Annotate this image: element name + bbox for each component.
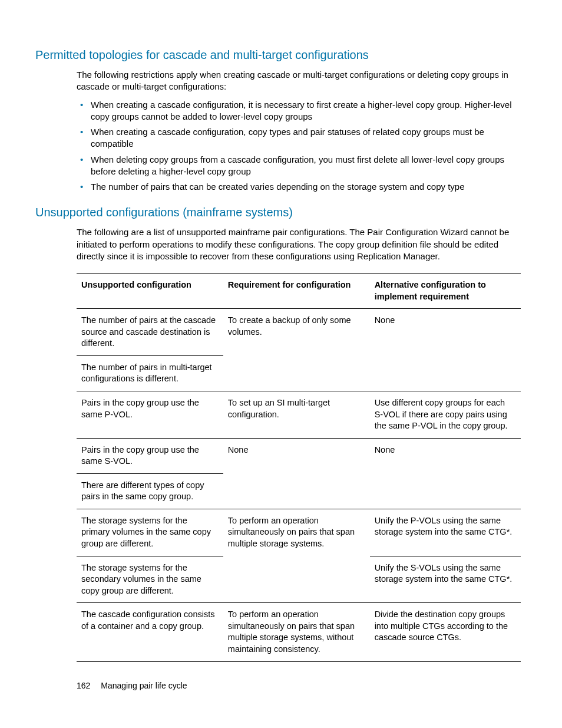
- cell: The number of pairs at the cascade sourc…: [77, 309, 223, 356]
- bullet-item: When deleting copy groups from a cascade…: [77, 154, 521, 178]
- page-footer: 162 Managing pair life cycle: [77, 681, 187, 690]
- table-row: Pairs in the copy group use the same P-V…: [77, 391, 521, 438]
- unsupported-config-table: Unsupported configuration Requirement fo…: [77, 273, 521, 662]
- th-alternative: Alternative configuration to implement r…: [370, 274, 521, 309]
- bullet-item: When creating a cascade configuration, c…: [77, 126, 521, 150]
- th-requirement: Requirement for configuration: [223, 274, 370, 309]
- table-row: Pairs in the copy group use the same S-V…: [77, 438, 521, 473]
- cell: The cascade configuration consists of a …: [77, 603, 223, 661]
- cell: Pairs in the copy group use the same P-V…: [77, 391, 223, 438]
- table-row: The storage systems for the primary volu…: [77, 509, 521, 556]
- page-number: 162: [77, 681, 90, 690]
- cell: The storage systems for the secondary vo…: [77, 556, 223, 603]
- cell: Use different copy groups for each S-VOL…: [370, 391, 521, 438]
- cell: To create a backup of only some volumes.: [223, 309, 370, 391]
- section2-body: The following are a list of unsupported …: [77, 226, 521, 661]
- table-header-row: Unsupported configuration Requirement fo…: [77, 274, 521, 309]
- section1-bullets: When creating a cascade configuration, i…: [77, 99, 521, 193]
- cell: Unify the S-VOLs using the same storage …: [370, 556, 521, 603]
- cell: None: [223, 438, 370, 509]
- section-heading-permitted: Permitted topologies for cascade and mul…: [35, 48, 521, 62]
- page: Permitted topologies for cascade and mul…: [0, 0, 562, 728]
- section1-intro: The following restrictions apply when cr…: [77, 69, 521, 93]
- th-unsupported: Unsupported configuration: [77, 274, 223, 309]
- cell: To perform an operation simultaneously o…: [223, 603, 370, 661]
- section1-body: The following restrictions apply when cr…: [77, 69, 521, 193]
- bullet-item: When creating a cascade configuration, i…: [77, 99, 521, 123]
- cell: The storage systems for the primary volu…: [77, 509, 223, 556]
- cell: Pairs in the copy group use the same S-V…: [77, 438, 223, 473]
- cell: None: [370, 309, 521, 391]
- section2-intro: The following are a list of unsupported …: [77, 226, 521, 262]
- section-heading-unsupported: Unsupported configurations (mainframe sy…: [35, 206, 521, 219]
- footer-title: Managing pair life cycle: [101, 681, 187, 690]
- cell: To set up an SI multi-target configurati…: [223, 391, 370, 438]
- cell: Divide the destination copy groups into …: [370, 603, 521, 661]
- cell: There are different types of copy pairs …: [77, 473, 223, 509]
- table-row: The number of pairs at the cascade sourc…: [77, 309, 521, 356]
- cell: None: [370, 438, 521, 509]
- cell: To perform an operation simultaneously o…: [223, 509, 370, 602]
- table-row: The cascade configuration consists of a …: [77, 603, 521, 661]
- bullet-item: The number of pairs that can be created …: [77, 181, 521, 193]
- cell: Unify the P-VOLs using the same storage …: [370, 509, 521, 556]
- cell: The number of pairs in multi-target conf…: [77, 355, 223, 391]
